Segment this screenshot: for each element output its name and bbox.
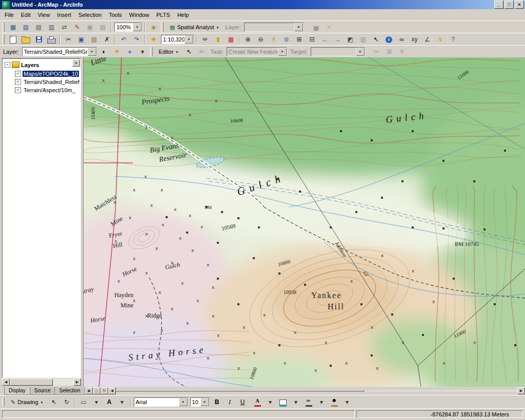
font-combo[interactable]: Arial▼ [134, 397, 188, 407]
plts-edit-notes-button[interactable]: ✎ [71, 22, 83, 33]
italic-button[interactable]: I [224, 396, 236, 408]
contrast-button[interactable]: ◐ [98, 46, 110, 58]
scroll-left-icon[interactable]: ◀ [2, 379, 10, 386]
map-canvas[interactable]: xxxxxxxxxxxxxxxxxxxxxxxxxxxxxxxxxxxxxxxx… [84, 57, 525, 387]
cut-button[interactable]: ✂ [63, 34, 74, 46]
menu-edit[interactable]: Edit [17, 10, 34, 19]
layer-name[interactable]: Terrain/Aspect/10m_ [23, 87, 76, 93]
delete-button[interactable]: ✗ [101, 34, 113, 46]
scroll-track[interactable] [116, 390, 517, 391]
collapse-icon[interactable]: − [5, 62, 10, 68]
map-scale-combo[interactable]: 1:10,320▼ [161, 35, 194, 44]
menu-plts[interactable]: PLTS [153, 10, 174, 19]
dropdown-arrow-icon[interactable]: ▼ [88, 48, 96, 56]
bold-button[interactable]: B [211, 396, 223, 408]
drawing-pointer-button[interactable]: ↖ [48, 396, 60, 408]
font-color-button[interactable] [252, 396, 264, 408]
layers-overview-button[interactable]: ◈ [148, 22, 159, 33]
map-hscrollbar[interactable]: ◉ □ ↻ ◀ ▶ [85, 387, 525, 395]
menu-tools[interactable]: Tools [105, 10, 126, 19]
font-size-combo[interactable]: 10▼ [190, 397, 210, 407]
plts-grid-manager-button[interactable]: ▧ [20, 22, 32, 33]
undo-button[interactable]: ↶ [118, 34, 130, 46]
save-button[interactable] [33, 34, 45, 46]
add-data-button[interactable]: ✚ [148, 34, 159, 46]
whats-this-button[interactable]: ? [447, 34, 459, 46]
dropdown-arrow-icon[interactable]: ▼ [356, 48, 365, 56]
layer-item[interactable]: ✓Terrain/Shaded_Relief [15, 78, 80, 86]
plts-cell-button[interactable]: ▥ [46, 22, 57, 33]
select-features-button[interactable]: ◩ [345, 34, 356, 46]
scroll-thumb[interactable] [116, 390, 365, 391]
layer-item[interactable]: ✓Maps/eTOPO/24k_10 [15, 70, 80, 77]
refresh-view-button[interactable]: ↻ [100, 387, 108, 394]
dropdown-arrow-icon[interactable]: ▼ [185, 35, 193, 44]
menu-help[interactable]: Help [174, 10, 193, 19]
target-combo[interactable]: ▼ [311, 47, 365, 56]
select-elements-button[interactable]: ↖ [370, 34, 382, 46]
redo-button[interactable]: ↷ [131, 34, 143, 46]
dropdown-arrow-icon[interactable]: ▼ [278, 48, 287, 56]
identify-button[interactable]: i [383, 34, 395, 46]
effects-dropdown-button[interactable]: ▾ [137, 46, 149, 58]
text-tool-button[interactable]: A [104, 396, 115, 408]
text-dropdown-button[interactable]: ▾ [116, 396, 128, 408]
spatial-analyst-menu[interactable]: ▦Spatial Analyst▼ [166, 22, 223, 33]
shape-tool-button[interactable]: ▭ [78, 396, 90, 408]
marker-color-button[interactable] [329, 396, 340, 408]
marker-color-dropdown-button[interactable]: ▾ [341, 396, 353, 408]
new-map-button[interactable] [7, 34, 19, 46]
print-button[interactable] [46, 34, 57, 46]
zoom-in-button[interactable]: ⊕ [242, 34, 254, 46]
hyperlink-button[interactable]: ↯ [434, 34, 446, 46]
back-extent-button[interactable]: ← [319, 34, 331, 46]
measure-button[interactable]: ∠ [421, 34, 433, 46]
open-button[interactable] [20, 34, 32, 46]
tab-selection[interactable]: Selection [54, 387, 85, 395]
close-button[interactable]: × [515, 1, 524, 9]
maximize-button[interactable]: □ [504, 1, 514, 9]
toc-close-button[interactable]: × [72, 59, 80, 67]
full-extent-button[interactable]: ⊚ [280, 34, 292, 46]
layer-checkbox[interactable]: ✓ [15, 79, 21, 85]
toc-hscrollbar[interactable]: ◀ ▶ [2, 379, 81, 386]
menu-file[interactable]: File [1, 10, 17, 19]
dropdown-arrow-icon[interactable]: ▼ [133, 23, 142, 31]
editor-toolbar-button[interactable]: ✏ [199, 34, 211, 46]
font-color-dropdown-button[interactable]: ▾ [265, 396, 276, 408]
dropdown-arrow-icon[interactable]: ▼ [294, 23, 303, 31]
dropdown-arrow-icon[interactable]: ▼ [179, 398, 188, 406]
fixed-zoom-out-button[interactable]: ⊟ [306, 34, 318, 46]
layer-name[interactable]: Terrain/Shaded_Relief [23, 79, 80, 85]
menu-window[interactable]: Window [126, 10, 153, 19]
menu-view[interactable]: View [34, 10, 54, 19]
rotate-element-button[interactable]: ↻ [61, 396, 73, 408]
scroll-right-icon[interactable]: ▶ [73, 379, 81, 386]
data-frame-name[interactable]: Layers [21, 62, 39, 68]
paste-button[interactable]: ▤ [88, 34, 100, 46]
shape-dropdown-button[interactable]: ▾ [91, 396, 103, 408]
line-color-button[interactable] [303, 396, 315, 408]
map-area[interactable]: xxxxxxxxxxxxxxxxxxxxxxxxxxxxxxxxxxxxxxxx… [83, 57, 525, 387]
zoom-out-button[interactable]: ⊖ [255, 34, 267, 46]
layer-item[interactable]: ✓Terrain/Aspect/10m_ [15, 86, 80, 94]
copy-button[interactable]: ▣ [75, 34, 87, 46]
drawing-menu[interactable]: ✎Drawing▼ [7, 396, 47, 408]
plts-map-sheets-button[interactable]: ▦ [7, 22, 19, 33]
scroll-thumb[interactable] [10, 379, 53, 386]
find-button[interactable]: ∞ [396, 34, 408, 46]
layer-combo[interactable]: Terrain/Shaded_Relief/Gray_10▼ [22, 47, 97, 56]
pan-button[interactable]: ☝ [268, 34, 279, 46]
scroll-right-icon[interactable]: ▶ [517, 387, 525, 394]
tab-source[interactable]: Source [30, 387, 55, 395]
brightness-button[interactable]: ☀ [111, 46, 123, 58]
editor-menu[interactable]: Editor▼ [155, 46, 183, 58]
data-view-button[interactable]: ◉ [85, 387, 93, 394]
tab-display[interactable]: Display [4, 387, 30, 395]
fill-color-button[interactable] [277, 396, 289, 408]
transparency-button[interactable]: ● [124, 46, 136, 58]
layer-name[interactable]: Maps/eTOPO/24k_10 [23, 71, 79, 77]
plts-table-button[interactable]: ▤ [33, 22, 45, 33]
goto-xy-button[interactable]: xy [409, 34, 420, 46]
edit-tool-button[interactable]: ↖ [183, 46, 195, 58]
